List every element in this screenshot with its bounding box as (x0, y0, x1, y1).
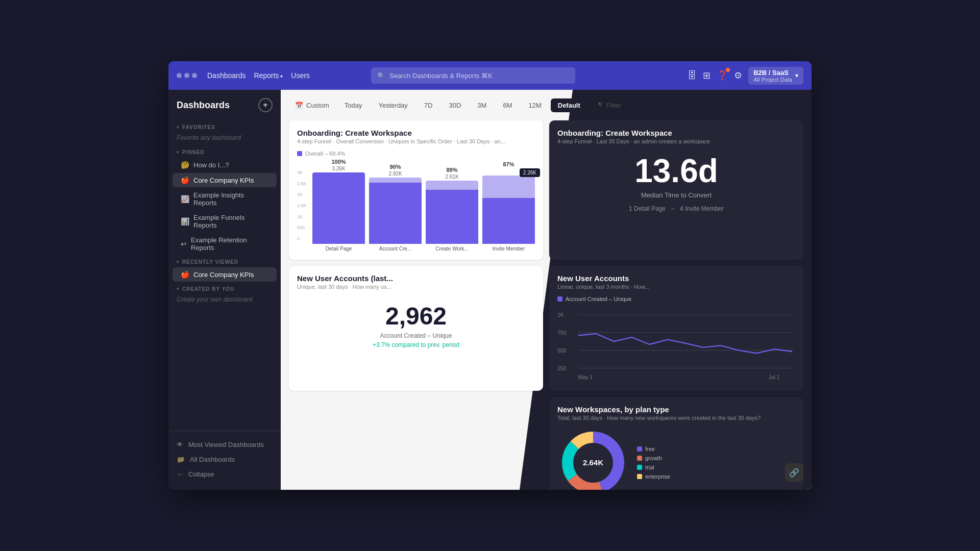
trial-label: trial (645, 464, 654, 470)
svg-text:250: 250 (557, 366, 567, 371)
bar-group-3: 89% 2.61K Create Work... (426, 167, 478, 252)
sidebar-title: Dashboards (177, 100, 230, 111)
help-icon[interactable]: ❓ (717, 70, 728, 81)
core-kpis-icon: 🍎 (181, 176, 189, 184)
bar4-main (482, 198, 535, 244)
bar-group-4: 87% 2.26K Invite Member (482, 161, 535, 252)
tab-12m[interactable]: 12M (521, 98, 548, 112)
project-subtitle: All Project Data (753, 77, 792, 83)
sidebar-bottom: 👁 Most Viewed Dashboards 📁 All Dashboard… (168, 431, 281, 482)
bar2-val: 2.92K (388, 171, 402, 177)
sidebar-header: Dashboards + (168, 98, 281, 112)
funnel-chart-wrapper: 3K2.5K2K1.5K1K5000 100% 3.26K Detail Pag… (297, 160, 535, 252)
line-legend-label: Account Created – Unique (566, 296, 631, 302)
funnel-steps: 1 Detail Page → 4 Invite Member (557, 205, 795, 212)
donut-area: 2.64K free growth (557, 427, 795, 490)
tab-custom-label: Custom (306, 102, 329, 109)
most-viewed-label: Most Viewed Dashboards (188, 441, 264, 448)
database-icon[interactable]: 🗄 (688, 70, 697, 81)
new-user-label: Account Created – Unique (297, 332, 535, 339)
line-chart-area: 1K 750 500 250 May 1 Jul 1 (557, 306, 795, 383)
tab-today[interactable]: Today (337, 98, 370, 112)
filter-button[interactable]: ⧨ Filter (592, 98, 627, 112)
grid-icon[interactable]: ⊞ (703, 70, 710, 81)
funnel-legend: Overall – 69.4% (297, 151, 535, 157)
svg-text:1K: 1K (557, 312, 564, 318)
funnel-light-subtitle: 4-step Funnel · Overall Conversion · Uni… (297, 138, 535, 144)
collapse-label: Collapse (188, 470, 214, 478)
bar1-val: 3.26K (332, 166, 345, 171)
legend-enterprise: enterprise (637, 473, 670, 480)
enterprise-color (637, 474, 642, 479)
filter-icon: ⧨ (598, 101, 603, 109)
bar2-ghost (369, 178, 422, 183)
retention-icon: ↩ (181, 240, 187, 248)
add-dashboard-button[interactable]: + (258, 98, 273, 112)
window-controls (177, 73, 197, 78)
tab-yesterday[interactable]: Yesterday (372, 98, 415, 112)
workspaces-title: New Workspaces, by plan type (557, 405, 795, 414)
sidebar-item-retention[interactable]: ↩ Example Retention Reports (173, 233, 277, 255)
sidebar-item-retention-label: Example Retention Reports (191, 236, 268, 252)
bar1-pct: 100% (331, 159, 346, 165)
nav-reports[interactable]: Reports (254, 71, 283, 80)
sidebar-item-core-kpis-label: Core Company KPIs (193, 177, 254, 184)
line-chart-legend: Account Created – Unique (557, 296, 795, 302)
funnels-icon: 📊 (181, 217, 189, 226)
filter-label: Filter (606, 102, 621, 109)
second-row: New Workspaces, by plan type Total, last… (289, 397, 803, 490)
growth-label: growth (645, 455, 662, 461)
nav-dashboards[interactable]: Dashboards (207, 71, 246, 80)
sidebar-item-how-do-i[interactable]: 🤔 How do I...? (173, 158, 277, 172)
favorites-placeholder: Favorite any dashboard (168, 132, 281, 145)
all-dashboards-icon: 📁 (177, 456, 185, 463)
new-user-dark-subtitle: Linear, unique, last 3 months · How... (557, 284, 795, 290)
funnel-legend-label: Overall – 69.4% (305, 151, 345, 157)
search-placeholder: Search Dashboards & Reports ⌘K (389, 72, 493, 80)
content-area: 📅 Custom Today Yesterday 7D 30D 3M 6M 12… (281, 90, 812, 490)
new-user-count: 2,962 (297, 302, 535, 330)
workspaces-subtitle: Total, last 30 days · How many new works… (557, 415, 795, 421)
link-icon-button[interactable]: 🔗 (785, 463, 803, 482)
bar2-pct: 90% (389, 164, 401, 170)
trial-color (637, 465, 642, 470)
tabs-bar: 📅 Custom Today Yesterday 7D 30D 3M 6M 12… (289, 98, 803, 112)
sidebar-item-insights[interactable]: 📈 Example Insights Reports (173, 188, 277, 210)
most-viewed-link[interactable]: 👁 Most Viewed Dashboards (168, 437, 281, 452)
funnel-step-from: 1 Detail Page (629, 205, 666, 212)
all-dashboards-link[interactable]: 📁 All Dashboards (168, 452, 281, 467)
collapse-button[interactable]: ← Collapse (168, 467, 281, 482)
enterprise-label: enterprise (645, 473, 670, 480)
nav-users[interactable]: Users (291, 71, 310, 80)
funnel-light-title: Onboarding: Create Workspace (297, 129, 535, 137)
topbar: Dashboards Reports Users 🔍 Search Dashbo… (168, 61, 812, 90)
donut-svg: 2.64K (557, 427, 629, 490)
all-dashboards-label: All Dashboards (190, 456, 235, 463)
tab-3m[interactable]: 3M (470, 98, 494, 112)
sidebar-item-funnels[interactable]: 📊 Example Funnels Reports (173, 211, 277, 232)
svg-text:Jul 1: Jul 1 (769, 374, 780, 380)
growth-color (637, 456, 642, 461)
tab-30d[interactable]: 30D (442, 98, 468, 112)
sidebar-item-recent-kpis[interactable]: 🍎 Core Company KPIs (173, 267, 277, 282)
bar3-ghost (426, 181, 478, 190)
settings-icon[interactable]: ⚙ (734, 70, 742, 81)
search-bar[interactable]: 🔍 Search Dashboards & Reports ⌘K (371, 67, 575, 84)
funnel-light-card: Onboarding: Create Workspace 4-step Funn… (289, 120, 543, 260)
sidebar-item-core-kpis[interactable]: 🍎 Core Company KPIs (173, 173, 277, 187)
tab-default[interactable]: Default (551, 98, 587, 112)
new-user-light-title: New User Accounts (last... (297, 274, 535, 283)
legend-growth: growth (637, 455, 670, 461)
new-user-light-card: New User Accounts (last... Unique, last … (289, 266, 543, 391)
bar4-label: Invite Member (493, 246, 525, 252)
created-placeholder: Create your own dashboard (168, 294, 281, 307)
tab-6m[interactable]: 6M (496, 98, 519, 112)
bar4-pct: 87% (503, 161, 514, 167)
project-selector[interactable]: B2B / SaaS All Project Data ▾ (748, 67, 803, 85)
bar3-val: 2.61K (445, 174, 458, 180)
sidebar-item-funnels-label: Example Funnels Reports (193, 214, 268, 229)
tab-custom[interactable]: 📅 Custom (289, 98, 335, 112)
created-by-you-label: CREATED BY YOU (168, 282, 281, 294)
tab-7d[interactable]: 7D (417, 98, 440, 112)
favorites-section-label: FAVORITES (168, 120, 281, 132)
